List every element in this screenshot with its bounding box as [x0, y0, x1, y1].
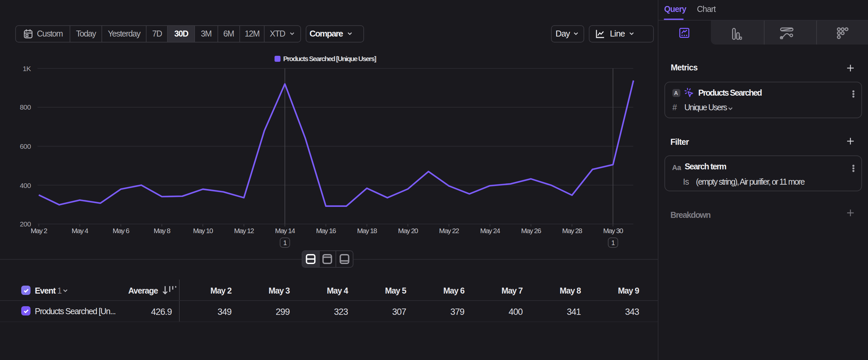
svg-text:1: 1: [283, 239, 287, 246]
svg-text:1: 1: [611, 239, 615, 246]
